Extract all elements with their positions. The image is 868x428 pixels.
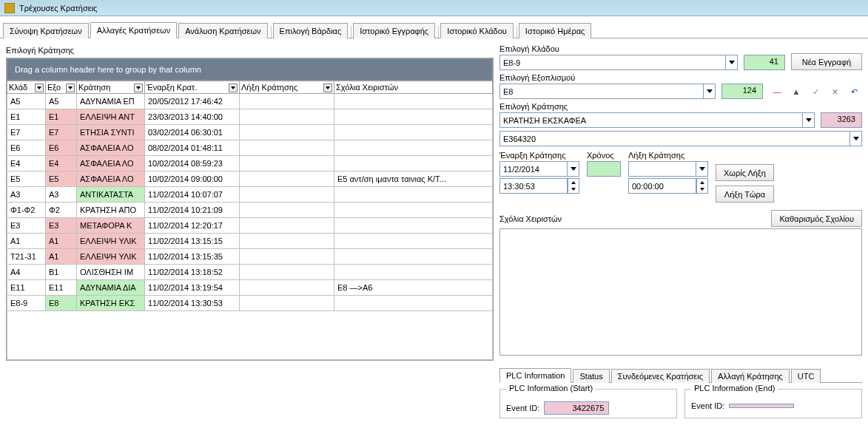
table-row[interactable]: T21-31A1ΕΛΛΕΙΨΗ ΥΛΙΚ11/02/2014 13:15:35 <box>7 249 493 265</box>
table-cell[interactable]: E1 <box>46 109 77 125</box>
check-icon[interactable]: ✓ <box>807 84 824 99</box>
equipment-combo[interactable] <box>499 84 704 99</box>
table-row[interactable]: E6E6ΑΣΦΑΛΕΙΑ ΛΟ08/02/2014 01:48:11 <box>7 140 493 156</box>
table-cell[interactable]: 11/02/2014 13:30:53 <box>145 296 240 311</box>
table-cell[interactable]: E1 <box>7 109 46 125</box>
filter-drop-icon[interactable] <box>229 84 238 92</box>
column-header[interactable]: Εξο <box>46 81 77 94</box>
dropdown-icon[interactable] <box>803 112 815 128</box>
branch-combo[interactable] <box>499 55 726 70</box>
table-cell[interactable] <box>334 109 493 125</box>
dropdown-icon[interactable] <box>850 131 862 146</box>
delete-icon[interactable]: — <box>769 84 785 99</box>
end-time-input[interactable] <box>628 178 696 194</box>
table-cell[interactable] <box>240 265 334 280</box>
end-now-button[interactable]: Λήξη Τώρα <box>716 186 774 203</box>
table-cell[interactable]: ΑΣΦΑΛΕΙΑ ΛΟ <box>77 171 145 187</box>
table-cell[interactable] <box>240 203 334 218</box>
table-cell[interactable] <box>334 249 493 265</box>
table-cell[interactable]: ΚΡΑΤΗΣΗ ΑΠΟ <box>77 203 145 218</box>
time-spinner[interactable] <box>568 178 579 194</box>
table-cell[interactable]: E6 <box>7 140 46 156</box>
filter-drop-icon[interactable] <box>35 84 44 92</box>
table-cell[interactable]: 11/02/2014 12:20:17 <box>145 218 240 234</box>
table-cell[interactable] <box>240 125 334 140</box>
dropdown-icon[interactable] <box>726 55 738 70</box>
table-cell[interactable]: A4 <box>7 265 46 280</box>
no-end-button[interactable]: Χωρίς Λήξη <box>716 164 774 181</box>
tab-shift[interactable]: Επιλογή Βάρδιας <box>273 23 349 38</box>
table-cell[interactable]: ΑΣΦΑΛΕΙΑ ΛΟ <box>77 156 145 171</box>
start-time-input[interactable] <box>499 178 568 194</box>
table-cell[interactable]: 08/02/2014 01:48:11 <box>145 140 240 156</box>
table-cell[interactable]: 11/02/2014 10:21:09 <box>145 203 240 218</box>
table-row[interactable]: A3A3ΑΝΤΙΚΑΤΑΣΤΑ11/02/2014 10:07:07 <box>7 187 493 203</box>
table-cell[interactable]: A5 <box>46 94 77 109</box>
table-cell[interactable]: ΚΡΑΤΗΣΗ ΕΚΣ <box>77 296 145 311</box>
table-cell[interactable]: E4 <box>46 156 77 171</box>
table-cell[interactable] <box>240 109 334 125</box>
table-cell[interactable] <box>240 140 334 156</box>
table-cell[interactable]: E8 —>A6 <box>334 280 493 296</box>
table-cell[interactable] <box>334 125 493 140</box>
table-cell[interactable]: E7 <box>46 125 77 140</box>
tab-record-history[interactable]: Ιστορικό Εγγραφής <box>353 23 435 38</box>
table-cell[interactable]: 23/03/2013 14:40:00 <box>145 109 240 125</box>
comments-textarea[interactable] <box>499 228 862 356</box>
table-cell[interactable] <box>334 234 493 249</box>
table-cell[interactable]: E3 <box>7 218 46 234</box>
table-row[interactable]: E4E4ΑΣΦΑΛΕΙΑ ΛΟ10/02/2014 08:59:23 <box>7 156 493 171</box>
filter-drop-icon[interactable] <box>134 84 143 92</box>
table-cell[interactable]: B1 <box>46 265 77 280</box>
table-cell[interactable]: E5 αντ/ση ιμαντα ταινιας Κ/Τ... <box>334 171 493 187</box>
column-header[interactable]: Κλάδ <box>7 81 46 94</box>
column-header[interactable]: Σχόλια Χειριστών <box>334 81 493 94</box>
table-cell[interactable]: Φ2 <box>46 203 77 218</box>
table-cell[interactable]: ΟΛΙΣΘΗΣΗ ΙΜ <box>77 265 145 280</box>
table-cell[interactable] <box>240 249 334 265</box>
table-cell[interactable]: ΑΣΦΑΛΕΙΑ ΛΟ <box>77 140 145 156</box>
table-row[interactable]: E11E11ΑΔΥΝΑΜΙΑ ΔΙΑ11/02/2014 13:19:54E8 … <box>7 280 493 296</box>
table-cell[interactable] <box>334 140 493 156</box>
table-cell[interactable]: 11/02/2014 13:15:35 <box>145 249 240 265</box>
duration-input[interactable] <box>587 161 621 177</box>
triangle-up-icon[interactable]: ▲ <box>788 84 804 99</box>
table-cell[interactable]: 11/02/2014 13:15:15 <box>145 234 240 249</box>
group-by-bar[interactable]: Drag a column header here to group by th… <box>7 58 493 81</box>
table-cell[interactable] <box>334 156 493 171</box>
table-cell[interactable]: ΑΔΥΝΑΜΙΑ ΕΠ <box>77 94 145 109</box>
subtab-utc[interactable]: UTC <box>791 369 821 383</box>
table-cell[interactable]: E11 <box>46 280 77 296</box>
end-date-input[interactable] <box>628 161 696 177</box>
hold-id-combo[interactable] <box>499 131 850 146</box>
table-cell[interactable]: ΕΛΛΕΙΨΗ ΥΛΙΚ <box>77 249 145 265</box>
table-cell[interactable]: ΕΛΛΕΙΨΗ ΥΛΙΚ <box>77 234 145 249</box>
table-cell[interactable]: 10/02/2014 08:59:23 <box>145 156 240 171</box>
tab-changes[interactable]: Αλλαγές Κρατήσεων <box>90 22 178 38</box>
table-cell[interactable]: E11 <box>7 280 46 296</box>
table-cell[interactable]: A3 <box>7 187 46 203</box>
filter-drop-icon[interactable] <box>66 84 75 92</box>
tab-day-history[interactable]: Ιστορικό Ημέρας <box>519 23 592 38</box>
time-spinner[interactable] <box>696 178 708 194</box>
hold-combo[interactable] <box>499 112 803 128</box>
table-cell[interactable]: E6 <box>46 140 77 156</box>
subtab-status[interactable]: Status <box>573 369 609 383</box>
table-cell[interactable] <box>240 234 334 249</box>
table-cell[interactable]: E3 <box>46 218 77 234</box>
table-row[interactable]: A1A1ΕΛΛΕΙΨΗ ΥΛΙΚ11/02/2014 13:15:15 <box>7 234 493 249</box>
revert-icon[interactable]: ↶ <box>846 84 862 99</box>
column-header[interactable]: Λήξη Κράτησης <box>240 81 334 94</box>
column-header[interactable]: Έναρξη Κρατ. <box>145 81 240 94</box>
table-cell[interactable]: E5 <box>46 171 77 187</box>
table-row[interactable]: A5A5ΑΔΥΝΑΜΙΑ ΕΠ20/05/2012 17:46:42 <box>7 94 493 109</box>
table-cell[interactable]: ΜΕΤΑΦΟΡΑ Κ <box>77 218 145 234</box>
table-cell[interactable] <box>240 156 334 171</box>
table-row[interactable]: E8-9E8ΚΡΑΤΗΣΗ ΕΚΣ11/02/2014 13:30:53 <box>7 296 493 311</box>
table-cell[interactable]: A3 <box>46 187 77 203</box>
table-cell[interactable]: E8 <box>46 296 77 311</box>
tab-branch-history[interactable]: Ιστορικό Κλάδου <box>440 23 514 38</box>
table-cell[interactable]: 11/02/2014 13:19:54 <box>145 280 240 296</box>
table-cell[interactable]: ΕΤΗΣΙΑ ΣΥΝΤΙ <box>77 125 145 140</box>
table-row[interactable]: E3E3ΜΕΤΑΦΟΡΑ Κ11/02/2014 12:20:17 <box>7 218 493 234</box>
